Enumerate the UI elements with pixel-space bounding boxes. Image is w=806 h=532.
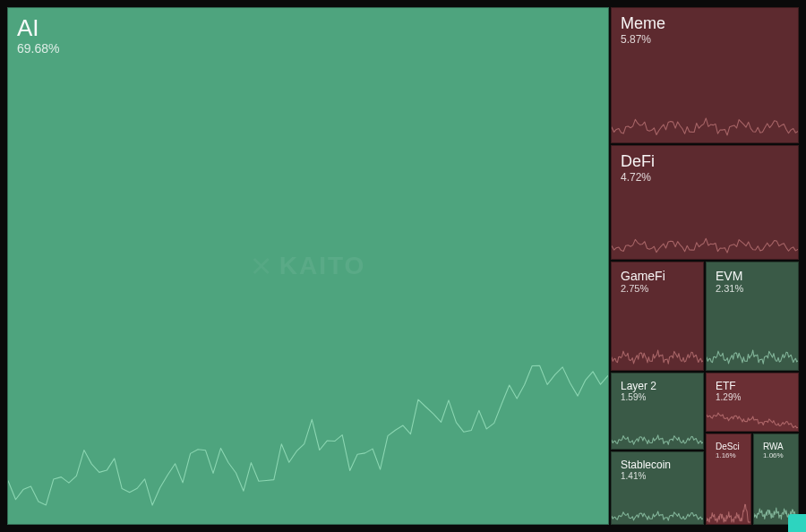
tile-rwa[interactable]: RWA1.06%	[753, 433, 799, 525]
sparkline	[612, 420, 703, 449]
sparkline	[707, 329, 798, 370]
tile-percent: 2.31%	[716, 283, 743, 295]
tile-name: EVM	[716, 270, 743, 283]
tile-stablecoin[interactable]: Stablecoin1.41%	[611, 451, 704, 525]
tile-layer2[interactable]: Layer 21.59%	[611, 373, 704, 450]
brand-watermark: KAITO	[251, 252, 366, 280]
tile-percent: 4.72%	[621, 171, 655, 184]
sparkline	[707, 490, 750, 524]
tile-etf[interactable]: ETF1.29%	[706, 373, 799, 432]
tile-name: Meme	[621, 15, 665, 33]
tile-gamefi[interactable]: GameFi2.75%	[611, 262, 704, 371]
tile-desci[interactable]: DeSci1.16%	[706, 433, 751, 525]
tile-name: AI	[17, 15, 59, 41]
tile-name: ETF	[716, 381, 741, 392]
tile-ai[interactable]: AI69.68%KAITO	[7, 7, 609, 525]
tile-percent: 1.41%	[621, 471, 671, 482]
narrative-treemap: AI69.68%KAITOMeme5.87%DeFi4.72%GameFi2.7…	[0, 0, 806, 532]
tile-name: DeSci	[716, 442, 740, 451]
brand-text: KAITO	[279, 252, 366, 280]
tile-defi[interactable]: DeFi4.72%	[611, 145, 799, 260]
tile-evm[interactable]: EVM2.31%	[706, 262, 799, 371]
tile-meme[interactable]: Meme5.87%	[611, 7, 799, 143]
tile-name: GameFi	[621, 270, 665, 283]
brand-icon	[251, 255, 272, 277]
tile-name: RWA	[763, 442, 784, 451]
tile-name: DeFi	[621, 153, 655, 171]
tile-name: Stablecoin	[621, 459, 671, 471]
sparkline	[612, 329, 703, 370]
sparkline	[612, 216, 798, 259]
tile-percent: 1.06%	[763, 451, 784, 460]
sparkline	[707, 409, 798, 431]
tile-percent: 1.29%	[716, 392, 741, 403]
tile-percent: 69.68%	[17, 41, 59, 56]
tile-percent: 2.75%	[621, 283, 665, 295]
sparkline	[612, 497, 703, 524]
tile-percent: 1.59%	[621, 392, 656, 403]
sparkline	[8, 328, 608, 524]
tile-name: Layer 2	[621, 381, 656, 392]
sparkline	[612, 91, 798, 142]
tile-percent: 5.87%	[621, 33, 665, 46]
corner-accent	[788, 514, 806, 532]
tile-percent: 1.16%	[716, 451, 740, 460]
